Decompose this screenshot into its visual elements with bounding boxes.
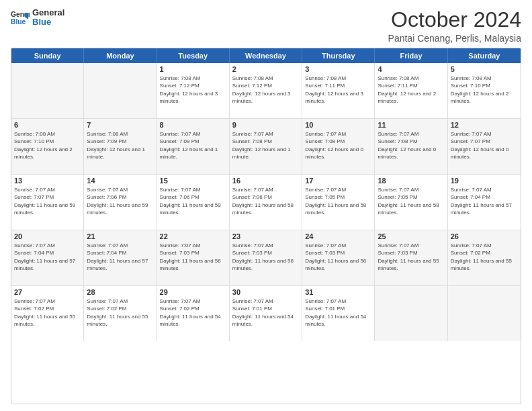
calendar-row-2: 6Sunrise: 7:08 AMSunset: 7:10 PMDaylight… [11,119,521,175]
header-day-wednesday: Wednesday [230,48,302,63]
cell-info: Sunrise: 7:07 AMSunset: 7:01 PMDaylight:… [232,298,299,328]
cell-info: Sunrise: 7:07 AMSunset: 7:03 PMDaylight:… [160,242,226,272]
date-number: 29 [160,288,226,296]
cell-info: Sunrise: 7:07 AMSunset: 7:01 PMDaylight:… [305,298,371,328]
header-day-saturday: Saturday [448,48,521,63]
cell-info: Sunrise: 7:07 AMSunset: 7:08 PMDaylight:… [378,130,444,161]
empty-cell [375,286,447,341]
cell-info: Sunrise: 7:07 AMSunset: 7:03 PMDaylight:… [378,242,444,272]
date-number: 14 [87,177,153,185]
calendar-body: 1Sunrise: 7:08 AMSunset: 7:12 PMDaylight… [11,63,521,341]
day-cell-16: 16Sunrise: 7:07 AMSunset: 7:06 PMDayligh… [230,175,302,230]
header-day-tuesday: Tuesday [157,48,230,63]
logo-blue: Blue [32,17,64,27]
cell-info: Sunrise: 7:07 AMSunset: 7:02 PMDaylight:… [451,242,518,272]
date-number: 10 [305,121,371,129]
calendar-row-4: 20Sunrise: 7:07 AMSunset: 7:04 PMDayligh… [11,230,521,286]
calendar-row-3: 13Sunrise: 7:07 AMSunset: 7:07 PMDayligh… [11,175,521,230]
day-cell-31: 31Sunrise: 7:07 AMSunset: 7:01 PMDayligh… [302,286,375,341]
date-number: 25 [378,232,444,240]
date-number: 28 [87,288,153,296]
day-cell-18: 18Sunrise: 7:07 AMSunset: 7:05 PMDayligh… [375,175,447,230]
date-number: 9 [232,121,299,129]
day-cell-5: 5Sunrise: 7:08 AMSunset: 7:10 PMDaylight… [448,63,521,118]
calendar-row-1: 1Sunrise: 7:08 AMSunset: 7:12 PMDaylight… [11,63,521,119]
cell-info: Sunrise: 7:07 AMSunset: 7:05 PMDaylight:… [305,186,371,216]
empty-cell [448,286,521,341]
date-number: 23 [232,232,299,240]
day-cell-22: 22Sunrise: 7:07 AMSunset: 7:03 PMDayligh… [157,230,230,285]
day-cell-3: 3Sunrise: 7:08 AMSunset: 7:11 PMDaylight… [302,63,375,118]
day-cell-7: 7Sunrise: 7:08 AMSunset: 7:09 PMDaylight… [84,119,157,174]
header-day-sunday: Sunday [11,48,84,63]
day-cell-1: 1Sunrise: 7:08 AMSunset: 7:12 PMDaylight… [157,63,230,118]
cell-info: Sunrise: 7:08 AMSunset: 7:12 PMDaylight:… [232,75,299,105]
header-day-thursday: Thursday [302,48,375,63]
cell-info: Sunrise: 7:08 AMSunset: 7:10 PMDaylight:… [14,130,81,161]
logo: General Blue General Blue [11,8,64,28]
cell-info: Sunrise: 7:07 AMSunset: 7:04 PMDaylight:… [87,242,153,272]
cell-info: Sunrise: 7:08 AMSunset: 7:11 PMDaylight:… [305,75,371,105]
logo-icon: General Blue [11,8,30,27]
calendar-row-5: 27Sunrise: 7:07 AMSunset: 7:02 PMDayligh… [11,286,521,341]
date-number: 7 [87,121,153,129]
date-number: 6 [14,121,81,129]
day-cell-19: 19Sunrise: 7:07 AMSunset: 7:04 PMDayligh… [448,175,521,230]
logo-general: General [32,8,64,17]
date-number: 3 [305,65,371,73]
date-number: 20 [14,232,81,240]
date-number: 26 [451,232,518,240]
calendar-header: SundayMondayTuesdayWednesdayThursdayFrid… [11,48,521,63]
cell-info: Sunrise: 7:07 AMSunset: 7:06 PMDaylight:… [160,186,226,216]
day-cell-20: 20Sunrise: 7:07 AMSunset: 7:04 PMDayligh… [11,230,84,285]
cell-info: Sunrise: 7:07 AMSunset: 7:04 PMDaylight:… [451,186,518,216]
day-cell-9: 9Sunrise: 7:07 AMSunset: 7:08 PMDaylight… [230,119,302,174]
header-day-monday: Monday [84,48,157,63]
day-cell-6: 6Sunrise: 7:08 AMSunset: 7:10 PMDaylight… [11,119,84,174]
day-cell-12: 12Sunrise: 7:07 AMSunset: 7:07 PMDayligh… [448,119,521,174]
title-area: October 2024 Pantai Cenang, Perlis, Mala… [388,8,521,44]
day-cell-10: 10Sunrise: 7:07 AMSunset: 7:08 PMDayligh… [302,119,375,174]
date-number: 22 [160,232,226,240]
calendar: SundayMondayTuesdayWednesdayThursdayFrid… [11,48,521,404]
date-number: 12 [451,121,518,129]
day-cell-13: 13Sunrise: 7:07 AMSunset: 7:07 PMDayligh… [11,175,84,230]
day-cell-27: 27Sunrise: 7:07 AMSunset: 7:02 PMDayligh… [11,286,84,341]
header-day-friday: Friday [375,48,447,63]
date-number: 1 [160,65,226,73]
date-number: 19 [451,177,518,185]
cell-info: Sunrise: 7:07 AMSunset: 7:02 PMDaylight:… [14,298,81,328]
date-number: 21 [87,232,153,240]
day-cell-4: 4Sunrise: 7:08 AMSunset: 7:11 PMDaylight… [375,63,447,118]
empty-cell [11,63,84,118]
cell-info: Sunrise: 7:07 AMSunset: 7:08 PMDaylight:… [305,130,371,161]
date-number: 30 [232,288,299,296]
cell-info: Sunrise: 7:07 AMSunset: 7:07 PMDaylight:… [14,186,81,216]
cell-info: Sunrise: 7:07 AMSunset: 7:05 PMDaylight:… [378,186,444,216]
date-number: 17 [305,177,371,185]
day-cell-15: 15Sunrise: 7:07 AMSunset: 7:06 PMDayligh… [157,175,230,230]
day-cell-23: 23Sunrise: 7:07 AMSunset: 7:03 PMDayligh… [230,230,302,285]
date-number: 15 [160,177,226,185]
cell-info: Sunrise: 7:08 AMSunset: 7:10 PMDaylight:… [451,75,518,105]
day-cell-28: 28Sunrise: 7:07 AMSunset: 7:02 PMDayligh… [84,286,157,341]
cell-info: Sunrise: 7:07 AMSunset: 7:06 PMDaylight:… [87,186,153,216]
day-cell-11: 11Sunrise: 7:07 AMSunset: 7:08 PMDayligh… [375,119,447,174]
day-cell-25: 25Sunrise: 7:07 AMSunset: 7:03 PMDayligh… [375,230,447,285]
date-number: 8 [160,121,226,129]
cell-info: Sunrise: 7:07 AMSunset: 7:07 PMDaylight:… [451,130,518,161]
date-number: 18 [378,177,444,185]
location: Pantai Cenang, Perlis, Malaysia [388,33,521,44]
page: General Blue General Blue October 2024 P… [0,0,532,411]
date-number: 27 [14,288,81,296]
empty-cell [84,63,157,118]
day-cell-29: 29Sunrise: 7:07 AMSunset: 7:02 PMDayligh… [157,286,230,341]
day-cell-24: 24Sunrise: 7:07 AMSunset: 7:03 PMDayligh… [302,230,375,285]
cell-info: Sunrise: 7:08 AMSunset: 7:09 PMDaylight:… [87,130,153,161]
cell-info: Sunrise: 7:07 AMSunset: 7:02 PMDaylight:… [160,298,226,328]
day-cell-17: 17Sunrise: 7:07 AMSunset: 7:05 PMDayligh… [302,175,375,230]
date-number: 24 [305,232,371,240]
date-number: 11 [378,121,444,129]
cell-info: Sunrise: 7:07 AMSunset: 7:09 PMDaylight:… [160,130,226,161]
cell-info: Sunrise: 7:08 AMSunset: 7:11 PMDaylight:… [378,75,444,105]
